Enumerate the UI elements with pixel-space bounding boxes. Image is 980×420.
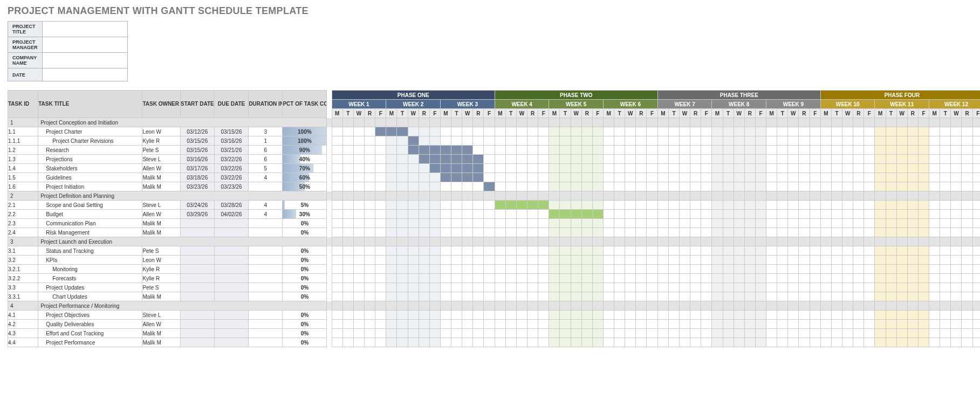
gantt-cell[interactable] [560,155,571,164]
gantt-cell[interactable] [397,283,408,292]
gantt-cell[interactable] [701,320,712,329]
gantt-cell[interactable] [625,164,636,173]
gantt-cell[interactable] [440,164,451,173]
gantt-cell[interactable] [907,329,918,338]
gantt-cell[interactable] [972,338,980,347]
gantt-cell[interactable] [342,292,353,301]
gantt-cell[interactable] [712,228,723,237]
gantt-cell[interactable] [668,164,679,173]
gantt-cell[interactable] [972,283,980,292]
gantt-cell[interactable] [744,210,755,219]
gantt-cell[interactable] [353,311,364,320]
due-date[interactable] [214,256,248,265]
gantt-cell[interactable] [429,182,440,191]
gantt-cell[interactable] [723,274,734,283]
gantt-cell[interactable] [527,329,538,338]
gantt-cell[interactable] [484,210,495,219]
gantt-cell[interactable] [886,292,896,301]
gantt-cell[interactable] [972,329,980,338]
gantt-cell[interactable] [907,311,918,320]
gantt-cell[interactable] [473,283,484,292]
gantt-cell[interactable] [549,164,560,173]
gantt-cell[interactable] [581,283,592,292]
gantt-cell[interactable] [810,320,820,329]
gantt-cell[interactable] [625,127,636,136]
gantt-cell[interactable] [342,246,353,256]
duration[interactable] [249,182,283,191]
gantt-cell[interactable] [810,164,820,173]
gantt-cell[interactable] [896,210,907,219]
start-date[interactable] [180,265,214,274]
gantt-cell[interactable] [907,219,918,228]
gantt-cell[interactable] [505,155,516,164]
gantt-cell[interactable] [386,164,397,173]
gantt-cell[interactable] [723,292,734,301]
gantt-cell[interactable] [375,320,386,329]
gantt-cell[interactable] [560,164,571,173]
gantt-cell[interactable] [755,283,766,292]
gantt-cell[interactable] [680,292,690,301]
gantt-cell[interactable] [766,311,777,320]
gantt-cell[interactable] [429,219,440,228]
gantt-cell[interactable] [365,201,375,210]
gantt-cell[interactable] [353,210,364,219]
gantt-cell[interactable] [799,311,810,320]
gantt-cell[interactable] [647,173,657,182]
gantt-cell[interactable] [940,274,951,283]
gantt-cell[interactable] [375,228,386,237]
gantt-cell[interactable] [484,173,495,182]
gantt-cell[interactable] [896,246,907,256]
gantt-cell[interactable] [972,228,980,237]
gantt-cell[interactable] [777,127,788,136]
gantt-cell[interactable] [625,256,636,265]
gantt-cell[interactable] [419,311,429,320]
gantt-cell[interactable] [777,320,788,329]
gantt-cell[interactable] [788,173,799,182]
gantt-cell[interactable] [962,329,972,338]
gantt-cell[interactable] [419,265,429,274]
pct-complete[interactable]: 0% [283,228,327,237]
gantt-cell[interactable] [929,146,940,155]
gantt-cell[interactable] [723,146,734,155]
gantt-cell[interactable] [571,136,581,146]
gantt-cell[interactable] [614,228,625,237]
gantt-cell[interactable] [886,201,896,210]
gantt-cell[interactable] [636,292,647,301]
gantt-cell[interactable] [701,127,712,136]
start-date[interactable] [180,311,214,320]
gantt-cell[interactable] [549,338,560,347]
gantt-cell[interactable] [397,274,408,283]
gantt-cell[interactable] [929,173,940,182]
gantt-cell[interactable] [940,173,951,182]
task-title[interactable]: Project Initiation [38,182,142,191]
gantt-cell[interactable] [853,311,864,320]
gantt-cell[interactable] [592,329,603,338]
gantt-cell[interactable] [505,173,516,182]
gantt-cell[interactable] [842,164,853,173]
gantt-cell[interactable] [918,164,929,173]
gantt-cell[interactable] [516,210,527,219]
gantt-cell[interactable] [625,136,636,146]
duration[interactable]: 6 [249,146,283,155]
gantt-cell[interactable] [657,338,668,347]
gantt-cell[interactable] [527,283,538,292]
gantt-cell[interactable] [473,173,484,182]
gantt-cell[interactable] [701,228,712,237]
gantt-cell[interactable] [614,311,625,320]
gantt-cell[interactable] [701,155,712,164]
gantt-cell[interactable] [592,164,603,173]
task-title[interactable]: Projections [38,155,142,164]
due-date[interactable] [214,219,248,228]
gantt-cell[interactable] [680,164,690,173]
gantt-cell[interactable] [712,219,723,228]
gantt-cell[interactable] [896,136,907,146]
gantt-cell[interactable] [972,246,980,256]
gantt-cell[interactable] [864,320,875,329]
gantt-cell[interactable] [495,201,505,210]
start-date[interactable] [180,246,214,256]
gantt-cell[interactable] [495,283,505,292]
gantt-cell[interactable] [549,265,560,274]
gantt-cell[interactable] [907,283,918,292]
gantt-cell[interactable] [875,155,886,164]
gantt-cell[interactable] [581,320,592,329]
